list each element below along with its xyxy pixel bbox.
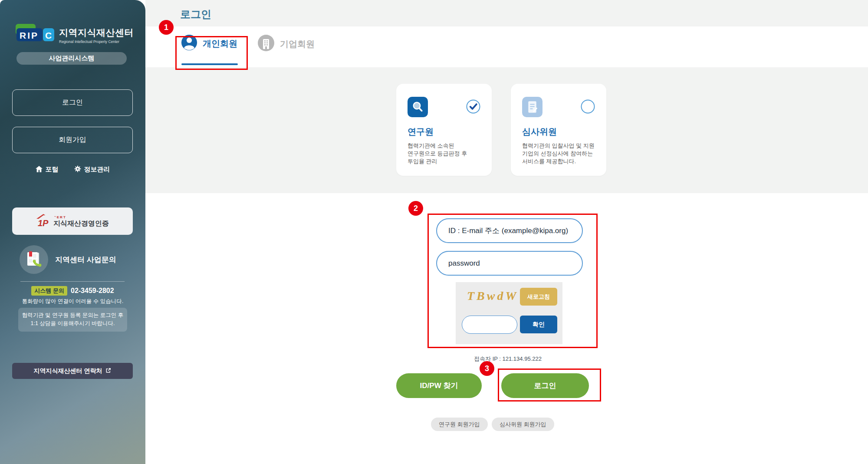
annotation-marker-1: 1 [159, 20, 174, 35]
center-contact-title: 지역센터 사업문의 [55, 255, 116, 265]
reviewer-signup-button[interactable]: 심사위원 회원가입 [492, 418, 554, 431]
email-id-input[interactable] [436, 218, 583, 243]
home-icon [36, 166, 43, 174]
cert-small-label: CERT [53, 216, 109, 219]
center-contact-block: 지역센터 사업문의 [20, 245, 116, 274]
system-inquiry-phone: 02-3459-2802 [71, 287, 114, 295]
sidebar-quick-links: 포털 정보관리 [0, 165, 145, 174]
reviewer-card-title: 심사위원 [522, 126, 595, 138]
system-inquiry-badge: 시스템 문의 [31, 286, 67, 296]
researcher-selected-check-icon[interactable] [466, 99, 480, 115]
org-subtitle: Regional Intellectual Property Center [59, 39, 134, 44]
magnifier-icon [408, 111, 428, 118]
tab-personal-member[interactable]: 개인회원 [181, 34, 237, 53]
researcher-signup-button[interactable]: 연구원 회원가입 [431, 418, 488, 431]
center-contacts-button[interactable]: 지역지식재산센터 연락처 [12, 363, 133, 379]
tab-corporate-label: 기업회원 [280, 38, 315, 50]
card-reviewer[interactable]: 심사위원 협력기관의 입찰사업 및 지원 기업의 선정심사에 참여하는 서비스를… [511, 84, 606, 176]
logo-letters-rip: RIP [20, 30, 39, 41]
login-submit-button[interactable]: 로그인 [501, 373, 589, 398]
page-title: 로그인 [180, 7, 211, 21]
gear-icon [74, 165, 81, 174]
center-contacts-label: 지역지식재산센터 연락처 [34, 367, 102, 375]
ip-cert-icon: 1P [36, 214, 51, 229]
cert-label: 지식재산경영인증 [53, 220, 109, 227]
sidebar-login-button[interactable]: 로그인 [12, 89, 133, 116]
password-input[interactable] [436, 251, 583, 276]
tab-corporate-member[interactable]: 기업회원 [257, 34, 315, 53]
captcha-panel: TBwdW 새로고침 확인 [456, 282, 562, 344]
portal-link[interactable]: 포털 [36, 165, 59, 174]
visitor-ip-text: 접속자 IP : 121.134.95.222 [421, 355, 595, 363]
captcha-answer-input[interactable] [462, 316, 517, 334]
ripc-logo-mark: RIP C [16, 24, 55, 42]
system-name-pill: 사업관리시스템 [16, 52, 127, 65]
reviewer-card-desc: 협력기관의 입찰사업 및 지원 기업의 선정심사에 참여하는 서비스를 제공합니… [522, 142, 595, 166]
captcha-confirm-button[interactable]: 확인 [520, 316, 557, 333]
captcha-refresh-button[interactable]: 새로고침 [520, 288, 557, 306]
active-tab-underline [181, 63, 238, 65]
info-manage-label: 정보관리 [84, 165, 110, 174]
call-volume-caption: 통화량이 많아 연결이 어려울 수 있습니다. [0, 298, 145, 305]
ripc-logo[interactable]: RIP C 지역지식재산센터 Regional Intellectual Pro… [16, 24, 134, 44]
reviewer-unselected-radio-icon[interactable] [581, 99, 595, 115]
card-researcher[interactable]: 연구원 협력기관에 소속된 연구원으로 등급판정 후 투입율 관리 [396, 84, 492, 176]
system-inquiry-row: 시스템 문의 02-3459-2802 [0, 286, 145, 296]
captcha-challenge-text: TBwdW [467, 289, 518, 303]
org-title: 지역지식재산센터 [59, 26, 134, 39]
annotation-marker-2: 2 [408, 201, 423, 216]
annotation-marker-3: 3 [480, 361, 494, 376]
logo-letter-c: C [45, 30, 52, 41]
login-page: RIP C 지역지식재산센터 Regional Intellectual Pro… [0, 0, 868, 464]
document-icon [522, 111, 542, 118]
ip-cert-banner[interactable]: 1P CERT 지식재산경영인증 [12, 207, 133, 235]
building-icon [257, 34, 275, 53]
tab-personal-label: 개인회원 [203, 38, 237, 49]
notice-line-2: 1:1 상담을 이용해주시기 바랍니다. [20, 319, 125, 328]
page-header: 로그인 [145, 0, 868, 26]
person-icon [181, 34, 197, 53]
inquiry-notice-box: 협력기관 및 연구원 등록 문의는 로그인 후 1:1 상담을 이용해주시기 바… [18, 308, 127, 332]
researcher-card-desc: 협력기관에 소속된 연구원으로 등급판정 후 투입율 관리 [408, 142, 480, 166]
member-type-section: 연구원 협력기관에 소속된 연구원으로 등급판정 후 투입율 관리 [145, 67, 868, 193]
member-type-tabs: 개인회원 기업회원 [145, 26, 868, 67]
portal-link-label: 포털 [46, 165, 59, 174]
sidebar: RIP C 지역지식재산센터 Regional Intellectual Pro… [0, 0, 145, 464]
researcher-card-title: 연구원 [408, 126, 480, 138]
phone-book-icon [20, 245, 48, 274]
sidebar-divider [20, 281, 125, 282]
external-link-icon [105, 368, 111, 375]
find-id-pw-button[interactable]: ID/PW 찾기 [396, 373, 482, 398]
info-manage-link[interactable]: 정보관리 [74, 165, 110, 174]
main-content: 로그인 개인회원 [145, 0, 868, 464]
notice-line-1: 협력기관 및 연구원 등록 문의는 로그인 후 [20, 311, 125, 319]
sidebar-join-button[interactable]: 회원가입 [12, 127, 133, 153]
